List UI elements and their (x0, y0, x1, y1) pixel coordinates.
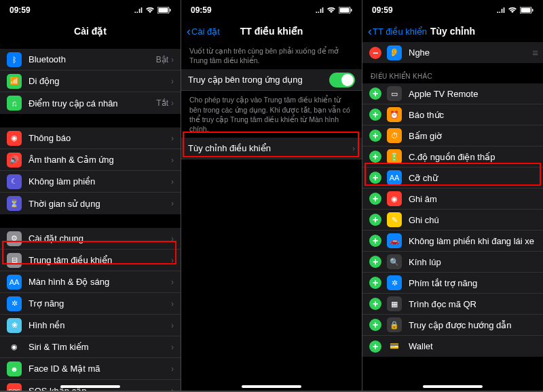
row-icon: 🔍 (387, 254, 402, 269)
settings-row[interactable]: ⏳Thời gian sử dụng› (0, 193, 181, 214)
row-icon: 👂 (387, 45, 402, 60)
row-icon: ◉ (387, 191, 402, 206)
row-icon: ❀ (7, 318, 22, 333)
row-icon: ⏰ (387, 107, 402, 122)
settings-row[interactable]: ❀Hình nền› (0, 315, 181, 336)
row-icon: ᛒ (7, 52, 22, 67)
settings-row[interactable]: +🚗Không làm phiền khi đang lái xe (362, 231, 543, 252)
settings-row[interactable]: ☻Face ID & Mật mã› (0, 358, 181, 380)
row-label: C.độ nguồn điện thấp (409, 152, 536, 162)
settings-row[interactable]: −👂Nghe≡ (362, 42, 543, 63)
add-button[interactable]: + (369, 214, 381, 226)
status-time: 09:59 (10, 5, 31, 15)
settings-row[interactable]: ◉Thông báo› (0, 128, 181, 149)
add-button[interactable]: + (369, 151, 381, 163)
add-button[interactable]: + (369, 340, 381, 353)
settings-group-3: ⚙Cài đặt chung›⊟Trung tâm điều khiển›AAM… (0, 228, 181, 391)
settings-row[interactable]: +▦Trình đọc mã QR (362, 294, 543, 315)
toggle-access[interactable] (329, 73, 355, 87)
add-button[interactable]: + (369, 193, 381, 205)
status-bar: 09:59 ..ıl (181, 0, 362, 20)
settings-row[interactable]: ✲Trợ năng› (0, 293, 181, 315)
more-controls-header: ĐIỀU KHIỂN KHÁC (362, 63, 543, 83)
row-label: Phím tắt trợ năng (409, 278, 536, 288)
row-label: Ghi âm (409, 194, 536, 204)
add-button[interactable]: + (369, 319, 381, 331)
row-icon: ✲ (387, 275, 402, 290)
settings-row[interactable]: +🔋C.độ nguồn điện thấp (362, 146, 543, 168)
row-label: Cỡ chữ (409, 173, 536, 183)
row-icon: 🔋 (387, 149, 402, 164)
settings-row[interactable]: 🔊Âm thanh & Cảm ứng› (0, 149, 181, 171)
row-access-in-apps[interactable]: Truy cập bên trong ứng dụng (181, 69, 362, 91)
settings-row[interactable]: +◉Ghi âm (362, 189, 543, 210)
chevron-right-icon: › (171, 155, 174, 165)
nav-bar: Cài đặt (0, 20, 181, 42)
status-indicators: ..ıl (316, 6, 352, 14)
svg-rect-2 (170, 9, 171, 12)
settings-row[interactable]: +🔍Kính lúp (362, 252, 543, 273)
settings-row[interactable]: +⏱Bấm giờ (362, 125, 543, 146)
settings-row[interactable]: +🔒Truy cập được hướng dẫn (362, 315, 543, 336)
row-icon: ◉ (7, 131, 22, 146)
wifi-icon (326, 7, 336, 14)
home-indicator[interactable] (242, 385, 301, 388)
settings-row[interactable]: +✎Ghi chú (362, 210, 543, 231)
back-button[interactable]: ‹ Cài đặt (187, 24, 220, 39)
status-indicators: ..ıl (497, 6, 533, 14)
home-indicator[interactable] (423, 385, 483, 388)
settings-row[interactable]: ☾Không làm phiền› (0, 171, 181, 193)
settings-row[interactable]: ⊟Trung tâm điều khiển› (0, 250, 181, 271)
settings-row[interactable]: +💳Wallet (362, 336, 543, 357)
row-icon: ▦ (387, 296, 402, 311)
chevron-right-icon: › (171, 299, 174, 309)
wifi-icon (508, 7, 517, 14)
add-button[interactable]: + (369, 277, 381, 289)
back-button[interactable]: ‹ TT điều khiển (368, 24, 427, 39)
row-label: Face ID & Mật mã (29, 364, 171, 374)
status-time: 09:59 (191, 5, 212, 15)
signal-icon: ..ıl (316, 6, 324, 14)
row-icon: ✲ (7, 296, 22, 311)
settings-row[interactable]: ᛒBluetoothBật› (0, 49, 181, 71)
row-label: Báo thức (409, 110, 536, 120)
add-button[interactable]: + (369, 298, 381, 310)
add-button[interactable]: + (369, 235, 381, 247)
settings-row[interactable]: 📶Di động› (0, 71, 181, 92)
add-button[interactable]: + (369, 256, 381, 268)
add-button[interactable]: + (369, 109, 381, 121)
row-label: Không làm phiền khi đang lái xe (409, 236, 536, 246)
chevron-right-icon: › (171, 134, 174, 143)
settings-row[interactable]: ⎌Điểm truy cập cá nhânTắt› (0, 92, 181, 114)
row-customize-controls[interactable]: Tùy chỉnh điều khiển › (181, 138, 362, 159)
chevron-right-icon: › (171, 364, 174, 374)
back-label: TT điều khiển (373, 26, 427, 37)
svg-rect-7 (521, 8, 531, 13)
signal-icon: ..ıl (497, 6, 505, 14)
row-icon: 🔊 (7, 153, 22, 168)
settings-row[interactable]: AAMàn hình & Độ sáng› (0, 271, 181, 293)
chevron-right-icon: › (171, 199, 174, 208)
settings-row[interactable]: +⏰Báo thức (362, 104, 543, 125)
settings-row[interactable]: +▭Apple TV Remote (362, 83, 543, 104)
svg-rect-8 (532, 9, 533, 12)
remove-button[interactable]: − (369, 47, 381, 59)
settings-row[interactable]: ⚙Cài đặt chung› (0, 228, 181, 250)
chevron-left-icon: ‹ (368, 24, 372, 39)
add-button[interactable]: + (369, 130, 381, 142)
svg-rect-4 (340, 8, 350, 13)
row-label: Bấm giờ (409, 131, 536, 141)
settings-row[interactable]: +✲Phím tắt trợ năng (362, 273, 543, 294)
add-button[interactable]: + (369, 87, 381, 100)
drag-handle-icon[interactable]: ≡ (532, 47, 536, 58)
back-label: Cài đặt (191, 26, 220, 37)
page-title: TT điều khiển (240, 26, 303, 37)
settings-row[interactable]: +AACỡ chữ (362, 168, 543, 189)
add-button[interactable]: + (369, 172, 381, 184)
row-label: Thông báo (29, 133, 171, 143)
page-title: Cài đặt (74, 26, 107, 37)
home-indicator[interactable] (60, 385, 120, 388)
status-time: 09:59 (372, 5, 393, 15)
row-icon: ✎ (387, 212, 402, 227)
settings-row[interactable]: ◉Siri & Tìm kiếm› (0, 336, 181, 358)
